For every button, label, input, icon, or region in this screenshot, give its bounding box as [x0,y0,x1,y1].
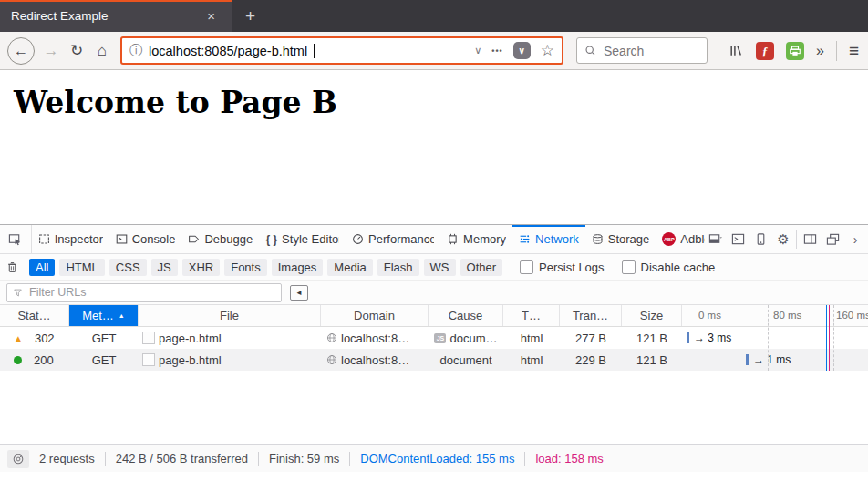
column-header-transferred[interactable]: Tran… [560,305,622,326]
reload-button[interactable]: ↻ [64,41,89,60]
toggle-details-pane-button[interactable]: ◄ [290,285,308,301]
storage-icon [592,233,604,245]
request-method: GET [69,327,139,349]
flash-extension-icon[interactable]: ƒ [756,42,774,60]
devtools-tab-performance[interactable]: Performance [346,225,440,253]
search-input[interactable] [602,43,678,59]
filter-js[interactable]: JS [151,259,178,276]
funnel-icon [13,288,23,298]
table-row[interactable]: 200 GET page-b.html localhost:8… documen… [0,349,868,371]
filter-fonts[interactable]: Fonts [224,259,267,276]
timeline-tick-0ms: 0 ms [698,310,721,321]
pick-element-icon [8,232,22,246]
column-header-size[interactable]: Size [622,305,682,326]
url-text[interactable]: localhost:8085/page-b.html [149,44,307,58]
home-button[interactable]: ⌂ [89,42,115,60]
domcontentloaded-time[interactable]: DOMContentLoaded: 155 ms [360,452,514,465]
column-header-status[interactable]: Stat… [0,305,69,326]
devtools-toolbar-divider [796,230,797,249]
persist-logs-checkbox[interactable] [520,260,533,274]
disable-cache-toggle[interactable]: Disable cache [622,260,716,274]
filter-flash[interactable]: Flash [377,259,419,276]
filter-all[interactable]: All [29,259,55,276]
network-icon [519,233,531,245]
load-time[interactable]: load: 158 ms [535,452,603,465]
forward-button[interactable]: → [38,42,64,60]
browser-window: Redirect Example × + ← → ↻ ⌂ ⓘ localhost… [0,0,868,480]
separate-window-button[interactable] [822,230,842,250]
dock-bottom-button[interactable] [705,230,725,250]
persist-logs-label: Persist Logs [539,260,604,274]
back-button[interactable]: ← [7,37,35,65]
devtools-tab-storage[interactable]: Storage [585,225,656,253]
devtools-settings-button[interactable]: ⚙ [773,230,793,250]
request-transferred: 277 B [560,327,622,349]
filter-html[interactable]: HTML [59,259,104,276]
timeline-tick-160ms: 160 ms [836,310,868,321]
devtools-tab-debugger[interactable]: Debugger [181,225,259,253]
devtools-tab-style-editor[interactable]: { } Style Editor [259,225,346,253]
filter-media[interactable]: Media [327,259,372,276]
devtools-tab-console[interactable]: Console [109,225,182,253]
filter-urls-box[interactable] [6,283,282,302]
filter-urls-input[interactable] [27,285,275,300]
disable-cache-label: Disable cache [641,260,716,274]
hamburger-menu-icon[interactable]: ≡ [849,41,859,61]
favicon-placeholder [142,353,155,366]
sort-ascending-icon: ▲ [119,312,125,319]
column-header-cause[interactable]: Cause [429,305,503,326]
separate-window-icon [826,232,840,246]
pick-element-button[interactable] [0,225,32,253]
bookmark-star-icon[interactable]: ☆ [541,41,554,60]
column-header-domain[interactable]: Domain [321,305,429,326]
persist-logs-toggle[interactable]: Persist Logs [520,260,604,274]
dock-bottom-icon [708,232,722,246]
style-editor-icon: { } [265,233,277,246]
disable-cache-checkbox[interactable] [622,260,636,274]
request-type: html [503,327,560,349]
filter-other[interactable]: Other [460,259,503,276]
url-dropdown-icon[interactable]: ∨ [474,45,481,56]
request-table-header: Stat… Met… ▲ File Domain Cause T… Tran… … [0,305,868,327]
search-box[interactable] [576,37,708,64]
site-info-icon[interactable]: ⓘ [129,43,142,59]
filter-xhr[interactable]: XHR [182,259,220,276]
trash-icon [6,261,18,273]
split-console-button[interactable] [728,230,748,250]
tab-redirect-example[interactable]: Redirect Example × [0,0,232,32]
filter-ws[interactable]: WS [424,259,456,276]
responsive-mode-button[interactable] [750,230,770,250]
clear-requests-button[interactable] [6,261,18,273]
devtools-tab-inspector[interactable]: Inspector [32,225,109,253]
devtools-tab-memory[interactable]: Memory [440,225,512,253]
adblock-plus-icon: ABP [662,232,676,246]
timeline-tick-80ms: 80 ms [773,310,801,321]
pocket-icon[interactable]: ∨ [513,42,531,59]
column-header-method[interactable]: Met… ▲ [69,305,139,326]
dock-side-button[interactable] [800,230,820,250]
filter-css[interactable]: CSS [109,259,147,276]
toolbar-overflow-icon[interactable]: » [816,43,824,59]
performance-gauge-icon [12,453,25,465]
devtools-tab-network[interactable]: Network [512,225,585,253]
screenshot-extension-icon[interactable] [786,42,804,60]
library-icon[interactable] [728,43,744,58]
devtools-more-icon[interactable]: › [845,230,865,250]
new-tab-button[interactable]: + [232,0,269,32]
request-size: 121 B [622,349,682,371]
page-actions-icon[interactable]: ••• [491,46,502,56]
statusbar-divider [105,452,106,466]
performance-analysis-button[interactable] [7,450,29,468]
request-transferred: 229 B [560,349,622,371]
table-row[interactable]: ▲ 302 GET page-n.html localhost:8… JS do… [0,327,868,349]
devtools-tab-adblock-plus[interactable]: ABP Adblock Plus [656,225,705,253]
statusbar-divider [524,452,525,466]
column-header-file[interactable]: File [139,305,321,326]
column-header-type[interactable]: T… [503,305,560,326]
performance-icon [352,233,364,245]
filter-images[interactable]: Images [272,259,324,276]
tab-close-icon[interactable]: × [202,6,221,26]
waterfall-timing: → 3 ms [694,332,731,344]
back-icon: ← [14,43,28,59]
url-bar[interactable]: ⓘ localhost:8085/page-b.html ∨ ••• ∨ ☆ [120,36,563,65]
